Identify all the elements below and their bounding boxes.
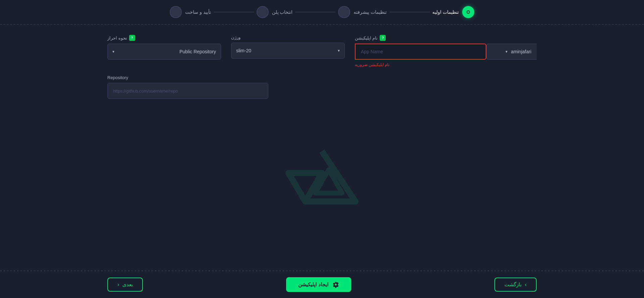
step-circle-plan <box>257 6 269 18</box>
owner-dropdown[interactable]: aminjafari ▾ <box>486 44 537 60</box>
version-group: ورژن ▾ 20-slim <box>231 35 345 59</box>
step-circle-advanced <box>338 6 350 18</box>
owner-value: aminjafari <box>511 49 531 54</box>
step-item-confirm[interactable]: تأیید و ساخت <box>170 6 211 18</box>
owner-chevron-icon: ▾ <box>505 49 507 54</box>
step-item-advanced[interactable]: تنظیمات پیشرفته <box>338 6 387 18</box>
repo-label: Repository <box>107 75 128 80</box>
version-dropdown[interactable]: ▾ 20-slim <box>231 43 345 59</box>
next-arrow-icon: ‹ <box>117 282 119 288</box>
step-label-initial: تنظیمات اولیه <box>432 9 459 15</box>
logo-area <box>107 85 537 271</box>
step-label-advanced: تنظیمات پیشرفته <box>354 9 387 15</box>
step-label-confirm: تأیید و ساخت <box>185 9 211 15</box>
execution-dropdown[interactable]: ▾ Public Repository <box>107 44 221 60</box>
app-name-help-icon[interactable]: ? <box>380 35 386 41</box>
app-name-error: نام اپلیکیشن ضروریه <box>355 62 390 67</box>
step-circle-initial <box>462 6 474 18</box>
step-line-3 <box>214 12 254 12</box>
execution-value: Public Repository <box>179 49 216 54</box>
version-value: 20-slim <box>236 48 251 53</box>
execution-group: ? نحوه احراز ▾ Public Repository <box>107 35 221 60</box>
step-line-2 <box>295 12 335 12</box>
app-name-group: ? نام اپلیکیشن aminjafari ▾ نام اپلیکیشن… <box>355 35 537 67</box>
app-name-input[interactable] <box>355 44 486 60</box>
form-row: ? نام اپلیکیشن aminjafari ▾ نام اپلیکیشن… <box>107 35 537 67</box>
main-content: ? نام اپلیکیشن aminjafari ▾ نام اپلیکیشن… <box>0 25 644 271</box>
brand-logo <box>285 141 359 215</box>
create-app-button[interactable]: ایجاد اپلیکیشن <box>286 277 351 292</box>
step-line-1 <box>389 12 430 12</box>
page-wrapper: تنظیمات اولیه تنظیمات پیشرفته انتخاب پلن… <box>0 0 644 298</box>
version-chevron-icon: ▾ <box>338 48 340 53</box>
gear-icon <box>332 281 339 288</box>
next-button[interactable]: بعدی ‹ <box>107 278 143 292</box>
svg-point-1 <box>467 11 469 13</box>
footer-buttons: › بازگشت ایجاد اپلیکیشن بعدی ‹ <box>0 271 644 298</box>
app-name-row: aminjafari ▾ <box>355 44 537 60</box>
stepper: تنظیمات اولیه تنظیمات پیشرفته انتخاب پلن… <box>0 0 644 24</box>
step-item-plan[interactable]: انتخاب پلن <box>257 6 293 18</box>
step-circle-confirm <box>170 6 182 18</box>
step-label-plan: انتخاب پلن <box>272 9 293 15</box>
execution-help-icon[interactable]: ? <box>129 35 135 41</box>
execution-chevron-icon: ▾ <box>112 49 114 54</box>
version-label: ورژن <box>231 35 240 40</box>
app-name-label: ? نام اپلیکیشن <box>355 35 386 41</box>
execution-label: ? نحوه احراز <box>107 35 135 41</box>
step-item-initial[interactable]: تنظیمات اولیه <box>432 6 474 18</box>
back-button[interactable]: › بازگشت <box>494 278 537 292</box>
back-arrow-icon: › <box>525 282 527 288</box>
footer: › بازگشت ایجاد اپلیکیشن بعدی ‹ <box>0 271 644 298</box>
